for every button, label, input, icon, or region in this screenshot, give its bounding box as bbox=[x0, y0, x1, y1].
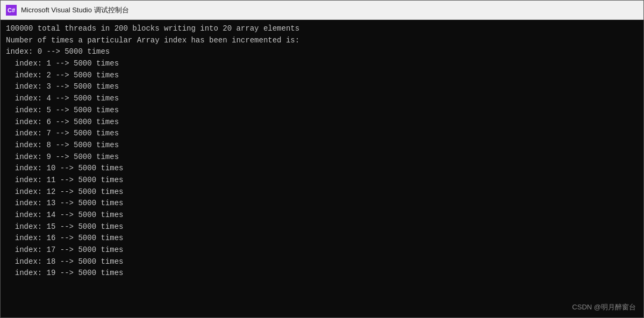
index-line-13: index: 13 --> 5000 times bbox=[6, 198, 638, 209]
title-bar: C# Microsoft Visual Studio 调试控制台 bbox=[1, 1, 643, 20]
index-line-18: index: 18 --> 5000 times bbox=[6, 256, 638, 268]
index-line-2: index: 2 --> 5000 times bbox=[6, 70, 638, 82]
watermark: CSDN @明月醉窗台 bbox=[572, 302, 636, 312]
index-line-5: index: 5 --> 5000 times bbox=[6, 105, 638, 117]
icon-label: C# bbox=[8, 7, 15, 13]
index-line-7: index: 7 --> 5000 times bbox=[6, 128, 638, 140]
console-line-2: Number of times a particular Array index… bbox=[6, 35, 638, 47]
index-line-8: index: 8 --> 5000 times bbox=[6, 140, 638, 151]
index-line-15: index: 15 --> 5000 times bbox=[6, 221, 638, 233]
window: C# Microsoft Visual Studio 调试控制台 100000 … bbox=[0, 0, 644, 318]
index-line-11: index: 11 --> 5000 times bbox=[6, 175, 638, 186]
index-line-16: index: 16 --> 5000 times bbox=[6, 233, 638, 244]
index-line-9: index: 9 --> 5000 times bbox=[6, 151, 638, 163]
console-line-1: 100000 total threads in 200 blocks writi… bbox=[6, 23, 638, 35]
console-area: 100000 total threads in 200 blocks writi… bbox=[1, 20, 643, 317]
index-line-6: index: 6 --> 5000 times bbox=[6, 117, 638, 128]
index-line-0: index: 0 --> 5000 times bbox=[6, 46, 638, 58]
index-line-10: index: 10 --> 5000 times bbox=[6, 163, 638, 175]
index-line-17: index: 17 --> 5000 times bbox=[6, 244, 638, 256]
app-icon: C# bbox=[6, 5, 17, 16]
index-line-3: index: 3 --> 5000 times bbox=[6, 81, 638, 93]
index-line-1: index: 1 --> 5000 times bbox=[6, 58, 638, 70]
index-line-12: index: 12 --> 5000 times bbox=[6, 186, 638, 198]
index-line-19: index: 19 --> 5000 times bbox=[6, 268, 638, 279]
index-line-4: index: 4 --> 5000 times bbox=[6, 93, 638, 105]
index-lines-container: index: 0 --> 5000 times index: 1 --> 500… bbox=[6, 46, 638, 279]
index-line-14: index: 14 --> 5000 times bbox=[6, 209, 638, 221]
window-title: Microsoft Visual Studio 调试控制台 bbox=[21, 5, 129, 15]
